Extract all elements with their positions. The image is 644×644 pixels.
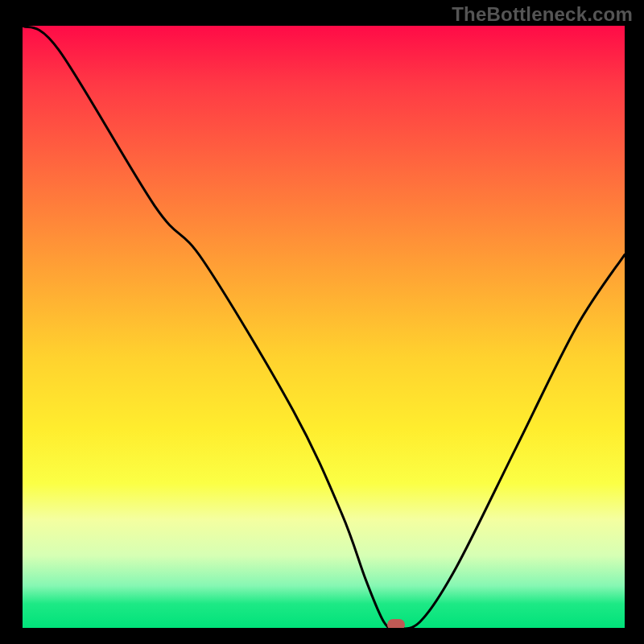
chart-frame: TheBottleneck.com <box>0 0 644 644</box>
optimum-marker <box>387 619 405 628</box>
attribution-label: TheBottleneck.com <box>452 3 633 26</box>
bottleneck-curve <box>23 26 625 628</box>
plot-area <box>23 26 625 628</box>
